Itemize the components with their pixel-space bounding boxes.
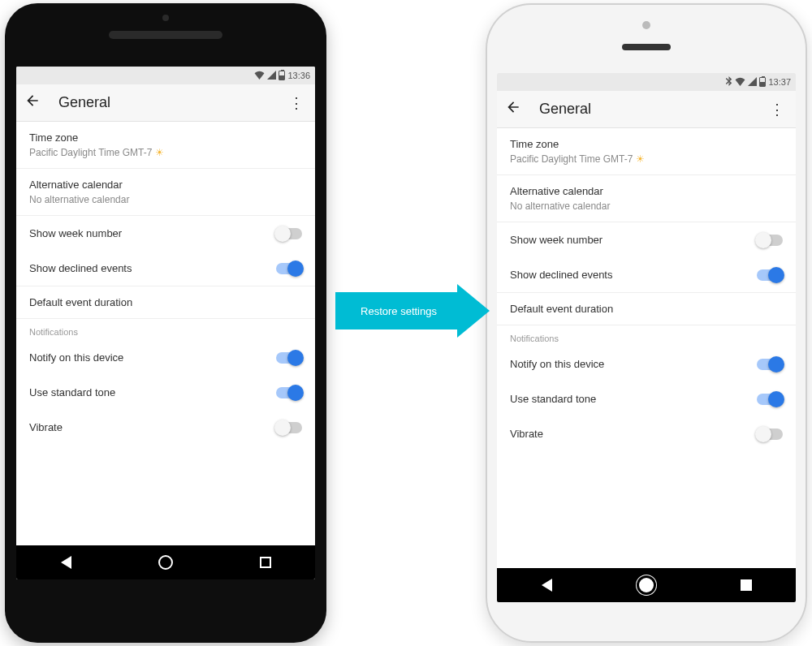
setting-label: Alternative calendar <box>29 179 302 191</box>
setting-label: Default event duration <box>29 296 302 308</box>
section-header-notifications: Notifications <box>16 319 315 340</box>
setting-standard-tone[interactable]: Use standard tone <box>497 381 796 416</box>
status-bar: 13:36 <box>16 67 315 84</box>
toggle-switch[interactable] <box>276 228 302 239</box>
setting-week-number[interactable]: Show week number <box>497 222 796 257</box>
bluetooth-icon <box>725 76 732 88</box>
toggle-switch[interactable] <box>757 235 783 246</box>
arrow-head-icon <box>457 284 490 338</box>
setting-standard-tone[interactable]: Use standard tone <box>16 375 315 410</box>
page-title: General <box>58 94 286 111</box>
cell-signal-icon <box>267 71 276 81</box>
phone-left-frame: 13:36 General ⋮ Time zone Pacific Daylig… <box>5 3 326 643</box>
setting-label: Show declined events <box>510 269 612 281</box>
settings-list: Time zone Pacific Daylight Time GMT-7☀ A… <box>497 128 796 568</box>
nav-recents-button[interactable] <box>722 568 771 602</box>
setting-label: Time zone <box>29 131 302 144</box>
setting-vibrate[interactable]: Vibrate <box>497 416 796 451</box>
wifi-icon <box>254 71 265 81</box>
setting-label: Use standard tone <box>510 393 596 405</box>
setting-value: No alternative calendar <box>510 200 783 212</box>
restore-arrow-label: Restore settings <box>335 292 457 329</box>
setting-label: Use standard tone <box>29 386 115 398</box>
toggle-switch[interactable] <box>757 359 783 370</box>
toggle-switch[interactable] <box>276 263 302 274</box>
setting-timezone[interactable]: Time zone Pacific Daylight Time GMT-7☀ <box>16 122 315 168</box>
setting-label: Notify on this device <box>29 351 123 364</box>
page-title: General <box>539 101 767 118</box>
setting-declined-events[interactable]: Show declined events <box>497 257 796 292</box>
setting-value: Pacific Daylight Time GMT-7☀ <box>510 153 783 165</box>
setting-alt-calendar[interactable]: Alternative calendar No alternative cale… <box>497 175 796 222</box>
setting-label: Show week number <box>510 234 603 246</box>
setting-notify-device[interactable]: Notify on this device <box>16 340 315 375</box>
toggle-switch[interactable] <box>276 352 302 364</box>
toggle-switch[interactable] <box>757 394 783 405</box>
back-button[interactable] <box>505 99 528 119</box>
setting-value: Pacific Daylight Time GMT-7☀ <box>29 147 302 158</box>
wifi-icon <box>735 77 745 88</box>
system-nav-bar <box>16 545 315 579</box>
overflow-menu-button[interactable]: ⋮ <box>286 94 307 112</box>
setting-label: Alternative calendar <box>510 185 783 197</box>
system-nav-bar <box>497 568 796 602</box>
setting-alt-calendar[interactable]: Alternative calendar No alternative cale… <box>16 169 315 215</box>
section-header-notifications: Notifications <box>497 325 796 347</box>
setting-value: No alternative calendar <box>29 194 302 205</box>
toggle-switch[interactable] <box>757 429 783 440</box>
setting-label: Notify on this device <box>510 358 604 370</box>
back-button[interactable] <box>24 93 47 113</box>
phone-left-screen: 13:36 General ⋮ Time zone Pacific Daylig… <box>16 67 315 579</box>
battery-icon <box>759 77 766 87</box>
nav-recents-button[interactable] <box>241 545 290 579</box>
toggle-switch[interactable] <box>757 269 783 281</box>
restore-arrow: Restore settings <box>335 284 490 338</box>
setting-label: Vibrate <box>510 428 543 440</box>
sun-icon: ☀ <box>155 147 164 158</box>
setting-notify-device[interactable]: Notify on this device <box>497 347 796 381</box>
setting-label: Default event duration <box>510 303 783 315</box>
cell-signal-icon <box>748 77 757 88</box>
setting-label: Time zone <box>510 138 783 150</box>
setting-label: Show declined events <box>29 262 132 274</box>
nav-back-button[interactable] <box>41 545 90 579</box>
setting-declined-events[interactable]: Show declined events <box>16 251 315 286</box>
app-bar: General ⋮ <box>497 91 796 128</box>
nav-back-button[interactable] <box>522 568 571 602</box>
overflow-menu-button[interactable]: ⋮ <box>767 101 788 118</box>
setting-default-duration[interactable]: Default event duration <box>16 286 315 318</box>
phone-right-screen: 13:37 General ⋮ Time zone Pacific Daylig… <box>497 73 796 602</box>
nav-home-button[interactable] <box>622 568 671 602</box>
toggle-switch[interactable] <box>276 387 302 398</box>
nav-home-button[interactable] <box>141 545 190 579</box>
status-clock: 13:36 <box>287 71 310 80</box>
status-bar: 13:37 <box>497 73 796 91</box>
setting-vibrate[interactable]: Vibrate <box>16 410 315 445</box>
setting-timezone[interactable]: Time zone Pacific Daylight Time GMT-7☀ <box>497 128 796 174</box>
setting-label: Vibrate <box>29 421 63 433</box>
phone-right-frame: 13:37 General ⋮ Time zone Pacific Daylig… <box>486 3 807 643</box>
sun-icon: ☀ <box>636 153 645 165</box>
toggle-switch[interactable] <box>276 422 302 433</box>
app-bar: General ⋮ <box>16 84 315 122</box>
status-clock: 13:37 <box>768 77 791 87</box>
setting-default-duration[interactable]: Default event duration <box>497 293 796 325</box>
settings-list: Time zone Pacific Daylight Time GMT-7☀ A… <box>16 122 315 545</box>
setting-week-number[interactable]: Show week number <box>16 216 315 251</box>
battery-icon <box>279 71 285 80</box>
setting-label: Show week number <box>29 227 122 239</box>
